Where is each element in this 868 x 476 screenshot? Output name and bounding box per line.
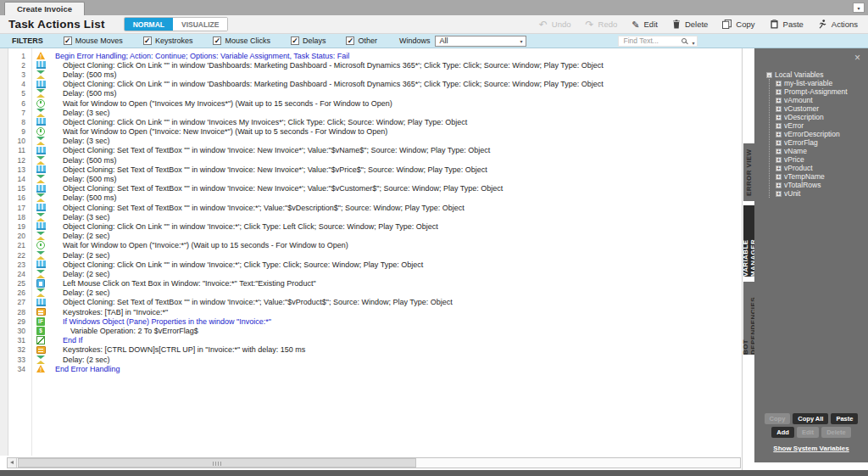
filter-delays[interactable]: ✓Delays — [291, 36, 326, 45]
expand-icon[interactable]: + — [776, 148, 782, 154]
task-action-row[interactable]: 1Begin Error Handling; Action: Continue;… — [0, 51, 742, 60]
checkbox-icon[interactable]: ✓ — [213, 36, 221, 45]
expand-icon[interactable]: + — [776, 98, 782, 104]
delete-button[interactable]: Delete — [672, 20, 708, 29]
scrollbar-thumb[interactable] — [18, 458, 416, 468]
variable-item[interactable]: +vDescription — [776, 113, 863, 121]
line-number: 5 — [0, 89, 31, 98]
scroll-left-button[interactable] — [8, 458, 17, 468]
task-action-row[interactable]: 5Delay: (500 ms) — [0, 89, 742, 98]
search-icon[interactable] — [682, 38, 687, 43]
task-action-row[interactable]: 22Delay: (2 sec) — [0, 250, 742, 260]
checkbox-icon[interactable]: ✓ — [346, 36, 354, 45]
expand-icon[interactable]: + — [776, 191, 782, 197]
task-action-row[interactable]: 18Delay: (3 sec) — [0, 212, 742, 221]
task-action-row[interactable]: 25Left Mouse Click on Text Box in Window… — [0, 279, 742, 288]
task-action-row[interactable]: 32Keystrokes: [CTRL DOWN]s[CTRL UP] in "… — [0, 345, 742, 355]
copy-all-variable-button[interactable]: Copy All — [793, 413, 828, 424]
actions-button[interactable]: Actions — [818, 20, 858, 29]
task-action-row[interactable]: 14Delay: (500 ms) — [0, 174, 742, 183]
expand-icon[interactable]: + — [776, 165, 782, 171]
side-tab-variable-manager[interactable]: VARIABLE MANAGER — [743, 205, 754, 277]
task-action-row[interactable]: 6Wait for Window to Open ("Invoices My I… — [0, 98, 742, 108]
filter-keystrokes[interactable]: ✓Keystrokes — [143, 36, 193, 45]
expand-icon[interactable]: + — [776, 115, 782, 120]
variable-item[interactable]: +vPrice — [776, 155, 863, 164]
variable-item[interactable]: +vProduct — [776, 164, 863, 172]
task-action-row[interactable]: 31End If — [0, 336, 742, 345]
filter-other[interactable]: ✓Other — [346, 36, 377, 45]
expand-icon[interactable]: + — [776, 140, 782, 146]
normal-mode-button[interactable]: NORMAL — [125, 18, 173, 31]
search-options-caret-icon[interactable] — [692, 38, 694, 47]
paste-button[interactable]: Paste — [770, 20, 804, 29]
paste-variable-button[interactable]: Paste — [831, 413, 858, 424]
task-action-row[interactable]: 27Object Cloning: Set Text of TextBox ""… — [0, 298, 742, 307]
task-action-row[interactable]: 17Object Cloning: Set Text of TextBox ""… — [0, 203, 742, 212]
close-icon[interactable]: × — [854, 53, 860, 62]
variable-item[interactable]: +vTotalRows — [776, 181, 863, 189]
task-action-row[interactable]: 20Delay: (2 sec) — [0, 232, 742, 241]
variable-item[interactable]: +my-list-variable — [776, 79, 863, 87]
task-action-row[interactable]: 28Keystrokes: [TAB] in "Invoice:*" — [0, 307, 742, 316]
expand-icon[interactable]: + — [776, 157, 782, 163]
task-action-row[interactable]: 33Delay: (2 sec) — [0, 355, 742, 364]
expand-icon[interactable]: + — [776, 81, 782, 87]
task-action-row[interactable]: 21Wait for Window to Open ("Invoice:*") … — [0, 241, 742, 250]
task-action-row[interactable]: 8Object Cloning: Click On Link "" in win… — [0, 117, 742, 126]
task-action-row[interactable]: 23Object Cloning: Click On Link "" in wi… — [0, 260, 742, 269]
task-action-row[interactable]: 9Wait for Window to Open ("Invoice: New … — [0, 127, 742, 137]
task-action-row[interactable]: 2Object Cloning: Click On Link "" in win… — [0, 60, 742, 70]
tab-create-invoice[interactable]: Create Invoice — [4, 2, 85, 15]
side-tab-error-view[interactable]: ERROR VIEW — [743, 143, 754, 201]
variable-item[interactable]: +vErrorFlag — [776, 138, 863, 147]
variable-item[interactable]: +vErrorDescription — [776, 130, 863, 138]
action-text: Object Cloning: Click On Link "" in wind… — [50, 118, 467, 126]
expand-icon[interactable]: + — [776, 132, 782, 137]
filter-mouse-clicks[interactable]: ✓Mouse Clicks — [213, 36, 270, 45]
task-action-row[interactable]: 10Delay: (3 sec) — [0, 137, 742, 146]
show-system-variables-link[interactable]: Show System Variables — [773, 445, 849, 452]
variable-item[interactable]: +vTempName — [776, 172, 863, 181]
edit-button[interactable]: ✎Edit — [632, 20, 658, 29]
expand-icon[interactable]: + — [776, 89, 782, 95]
task-action-row[interactable]: 4Object Cloning: Click On Link "" in win… — [0, 80, 742, 89]
variable-item[interactable]: +Prompt-Assignment — [776, 87, 863, 96]
task-action-row[interactable]: 15Object Cloning: Set Text of TextBox ""… — [0, 184, 742, 193]
horizontal-scrollbar[interactable] — [7, 457, 741, 468]
task-action-row[interactable]: 34End Error Handling — [0, 364, 742, 373]
windows-dropdown[interactable]: All — [435, 36, 526, 47]
task-action-row[interactable]: 13Object Cloning: Set Text of TextBox ""… — [0, 165, 742, 174]
filter-mouse-moves[interactable]: ✓Mouse Moves — [64, 36, 123, 45]
task-action-row[interactable]: 29IFIf Windows Object (Pane) Properties … — [0, 316, 742, 326]
task-action-row[interactable]: 24Delay: (2 sec) — [0, 269, 742, 278]
copy-button[interactable]: Copy — [722, 20, 754, 29]
action-text: Delay: (500 ms) — [50, 70, 117, 79]
task-action-row[interactable]: 16Delay: (500 ms) — [0, 193, 742, 203]
tree-root[interactable]: - Local Variables — [766, 70, 863, 79]
collapse-icon[interactable]: - — [766, 72, 772, 78]
variable-item[interactable]: +vCustomer — [776, 104, 863, 113]
task-action-row[interactable]: 12Delay: (500 ms) — [0, 155, 742, 165]
expand-icon[interactable]: + — [776, 106, 782, 112]
task-action-row[interactable]: 3Delay: (500 ms) — [0, 70, 742, 79]
task-action-row[interactable]: 11Object Cloning: Set Text of TextBox ""… — [0, 146, 742, 155]
add-variable-button[interactable]: Add — [771, 427, 794, 438]
variable-item[interactable]: +vError — [776, 121, 863, 130]
checkbox-icon[interactable]: ✓ — [143, 36, 152, 45]
tab-overflow-button[interactable] — [853, 3, 865, 13]
variable-item[interactable]: +vName — [776, 147, 863, 155]
visualize-mode-button[interactable]: VISUALIZE — [173, 18, 227, 31]
checkbox-icon[interactable]: ✓ — [64, 36, 72, 45]
expand-icon[interactable]: + — [776, 174, 782, 180]
variable-item[interactable]: +vAmount — [776, 96, 863, 104]
expand-icon[interactable]: + — [776, 182, 782, 188]
variable-item[interactable]: +vUnit — [776, 189, 863, 198]
task-action-row[interactable]: 7Delay: (3 sec) — [0, 108, 742, 117]
task-action-row[interactable]: 19Object Cloning: Click On Link "" in wi… — [0, 221, 742, 231]
task-action-row[interactable]: 26Delay: (2 sec) — [0, 288, 742, 298]
expand-icon[interactable]: + — [776, 123, 782, 129]
task-action-row[interactable]: 30$Variable Operation: 2 To $vErrorFlag$ — [0, 326, 742, 335]
checkbox-icon[interactable]: ✓ — [291, 36, 299, 45]
side-tab-bot-dependencies[interactable]: BOT DEPENDENCIES — [743, 282, 754, 355]
